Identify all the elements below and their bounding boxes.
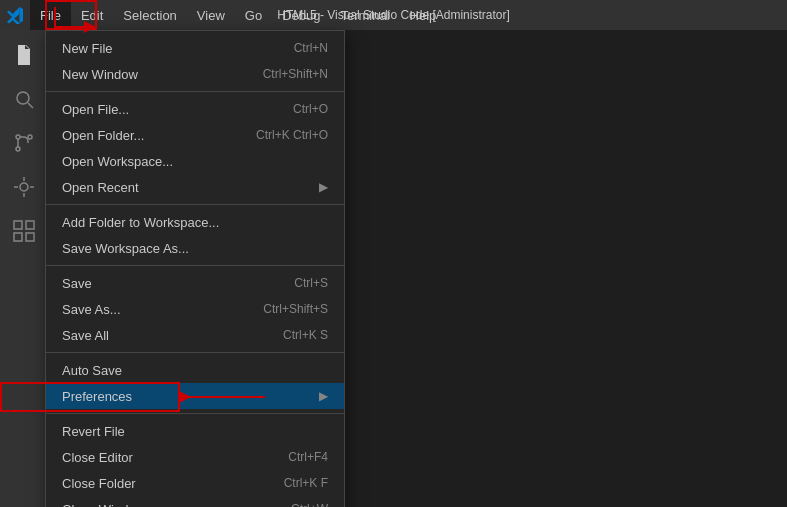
preferences-arrow-icon: ▶ bbox=[319, 389, 328, 403]
open-file-shortcut: Ctrl+O bbox=[293, 102, 328, 116]
save-as-label: Save As... bbox=[62, 302, 243, 317]
open-recent-label: Open Recent bbox=[62, 180, 319, 195]
menu-close-folder[interactable]: Close Folder Ctrl+K F bbox=[46, 470, 344, 496]
new-file-shortcut: Ctrl+N bbox=[294, 41, 328, 55]
menu-view[interactable]: View bbox=[187, 0, 235, 30]
menu-save[interactable]: Save Ctrl+S bbox=[46, 270, 344, 296]
menu-open-folder[interactable]: Open Folder... Ctrl+K Ctrl+O bbox=[46, 122, 344, 148]
save-all-shortcut: Ctrl+K S bbox=[283, 328, 328, 342]
menu-add-folder[interactable]: Add Folder to Workspace... bbox=[46, 209, 344, 235]
close-editor-shortcut: Ctrl+F4 bbox=[288, 450, 328, 464]
file-menu: New File Ctrl+N New Window Ctrl+Shift+N … bbox=[45, 30, 345, 507]
open-workspace-label: Open Workspace... bbox=[62, 154, 308, 169]
menu-section-workspace: Add Folder to Workspace... Save Workspac… bbox=[46, 205, 344, 266]
menu-open-workspace[interactable]: Open Workspace... bbox=[46, 148, 344, 174]
menu-save-workspace-as[interactable]: Save Workspace As... bbox=[46, 235, 344, 261]
menu-revert-file[interactable]: Revert File bbox=[46, 418, 344, 444]
close-folder-shortcut: Ctrl+K F bbox=[284, 476, 328, 490]
menu-open-recent[interactable]: Open Recent ▶ bbox=[46, 174, 344, 200]
revert-file-label: Revert File bbox=[62, 424, 328, 439]
menu-section-close: Revert File Close Editor Ctrl+F4 Close F… bbox=[46, 414, 344, 507]
close-editor-label: Close Editor bbox=[62, 450, 268, 465]
menu-go[interactable]: Go bbox=[235, 0, 272, 30]
menu-file[interactable]: File bbox=[30, 0, 71, 30]
menu-close-window[interactable]: Close Window Ctrl+W bbox=[46, 496, 344, 507]
menu-section-save: Save Ctrl+S Save As... Ctrl+Shift+S Save… bbox=[46, 266, 344, 353]
save-label: Save bbox=[62, 276, 274, 291]
menu-selection[interactable]: Selection bbox=[113, 0, 186, 30]
open-recent-arrow-icon: ▶ bbox=[319, 180, 328, 194]
window-title: HTML5 - Visual Studio Code [Administrato… bbox=[277, 8, 510, 22]
menu-new-window[interactable]: New Window Ctrl+Shift+N bbox=[46, 61, 344, 87]
menu-edit[interactable]: Edit bbox=[71, 0, 113, 30]
title-bar: File Edit Selection View Go Debug Termin… bbox=[0, 0, 787, 30]
preferences-label: Preferences bbox=[62, 389, 319, 404]
menu-preferences[interactable]: Preferences ▶ bbox=[46, 383, 344, 409]
menu-auto-save[interactable]: Auto Save bbox=[46, 357, 344, 383]
new-window-label: New Window bbox=[62, 67, 243, 82]
open-folder-shortcut: Ctrl+K Ctrl+O bbox=[256, 128, 328, 142]
menu-section-open: Open File... Ctrl+O Open Folder... Ctrl+… bbox=[46, 92, 344, 205]
menu-new-file[interactable]: New File Ctrl+N bbox=[46, 35, 344, 61]
menu-save-as[interactable]: Save As... Ctrl+Shift+S bbox=[46, 296, 344, 322]
vscode-logo-icon bbox=[0, 0, 30, 30]
save-shortcut: Ctrl+S bbox=[294, 276, 328, 290]
menu-section-new: New File Ctrl+N New Window Ctrl+Shift+N bbox=[46, 31, 344, 92]
close-window-shortcut: Ctrl+W bbox=[291, 502, 328, 507]
new-file-label: New File bbox=[62, 41, 274, 56]
auto-save-label: Auto Save bbox=[62, 363, 328, 378]
save-workspace-label: Save Workspace As... bbox=[62, 241, 328, 256]
dropdown-overlay: New File Ctrl+N New Window Ctrl+Shift+N … bbox=[0, 30, 787, 507]
menu-save-all[interactable]: Save All Ctrl+K S bbox=[46, 322, 344, 348]
open-folder-label: Open Folder... bbox=[62, 128, 236, 143]
menu-section-autosave: Auto Save Preferences ▶ bbox=[46, 353, 344, 414]
close-window-label: Close Window bbox=[62, 502, 271, 508]
new-window-shortcut: Ctrl+Shift+N bbox=[263, 67, 328, 81]
save-as-shortcut: Ctrl+Shift+S bbox=[263, 302, 328, 316]
menu-open-file[interactable]: Open File... Ctrl+O bbox=[46, 96, 344, 122]
menu-close-editor[interactable]: Close Editor Ctrl+F4 bbox=[46, 444, 344, 470]
open-file-label: Open File... bbox=[62, 102, 273, 117]
add-folder-label: Add Folder to Workspace... bbox=[62, 215, 328, 230]
save-all-label: Save All bbox=[62, 328, 263, 343]
close-folder-label: Close Folder bbox=[62, 476, 264, 491]
